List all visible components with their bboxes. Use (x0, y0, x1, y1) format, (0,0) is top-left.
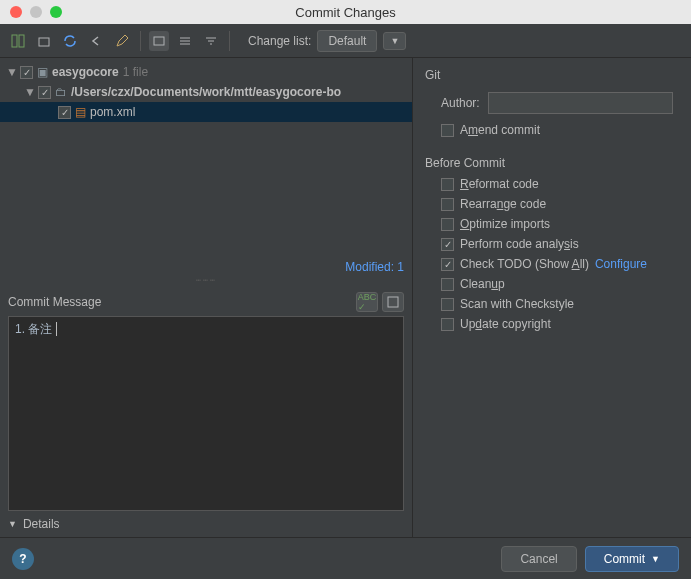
optimize-label: Optimize imports (460, 217, 550, 231)
changelist-dropdown[interactable]: Default (317, 30, 377, 52)
expand-arrow-icon[interactable]: ▼ (6, 65, 16, 79)
folder-icon: ▣ (37, 65, 48, 79)
before-commit-label: Before Commit (423, 152, 681, 174)
author-input[interactable] (488, 92, 673, 114)
folder-name: easygocore (52, 65, 119, 79)
reformat-label: Reformat code (460, 177, 539, 191)
folder-icon: 🗀 (55, 85, 67, 99)
checkbox-todo[interactable] (441, 258, 454, 271)
author-label: Author: (441, 96, 480, 110)
changes-tree: ▼ ▣ easygocore 1 file ▼ 🗀 /Users/czx/Doc… (0, 58, 412, 258)
copyright-label: Update copyright (460, 317, 551, 331)
expand-all-icon[interactable] (175, 31, 195, 51)
checkbox[interactable] (58, 106, 71, 119)
checkbox-rearrange[interactable] (441, 198, 454, 211)
help-icon[interactable]: ? (12, 548, 34, 570)
checkstyle-label: Scan with Checkstyle (460, 297, 574, 311)
expand-arrow-icon[interactable]: ▼ (24, 85, 34, 99)
changelist-chevron[interactable]: ▼ (383, 32, 406, 50)
todo-label: Check TODO (Show All) (460, 257, 589, 271)
checkbox-checkstyle[interactable] (441, 298, 454, 311)
group-by-directory-icon[interactable] (149, 31, 169, 51)
file-name: pom.xml (90, 105, 135, 119)
window-title: Commit Changes (0, 5, 691, 20)
show-diff-icon[interactable] (8, 31, 28, 51)
xml-file-icon: ▤ (75, 105, 86, 119)
toolbar: Change list: Default ▼ (0, 24, 691, 58)
history-icon[interactable] (382, 292, 404, 312)
refresh-icon[interactable] (60, 31, 80, 51)
titlebar: Commit Changes (0, 0, 691, 24)
checkbox-optimize[interactable] (441, 218, 454, 231)
svg-rect-2 (39, 38, 49, 46)
chevron-down-icon: ▼ (8, 519, 17, 529)
edit-icon[interactable] (112, 31, 132, 51)
cleanup-label: Cleanup (460, 277, 505, 291)
checkbox-cleanup[interactable] (441, 278, 454, 291)
file-count: 1 file (123, 65, 148, 79)
path-text: /Users/czx/Documents/work/mtt/easygocore… (71, 85, 341, 99)
commit-message-input[interactable]: 1. 备注 (8, 316, 404, 511)
checkbox-amend[interactable] (441, 124, 454, 137)
rearrange-label: Rearrange code (460, 197, 546, 211)
analysis-label: Perform code analysis (460, 237, 579, 251)
spellcheck-icon[interactable]: ABC✓ (356, 292, 378, 312)
checkbox-copyright[interactable] (441, 318, 454, 331)
svg-rect-3 (154, 37, 164, 45)
checkbox-analysis[interactable] (441, 238, 454, 251)
commit-message-label: Commit Message (8, 295, 101, 309)
tree-root[interactable]: ▼ ▣ easygocore 1 file (0, 62, 412, 82)
git-section-label: Git (423, 64, 681, 86)
configure-link[interactable]: Configure (595, 257, 647, 271)
checkbox[interactable] (20, 66, 33, 79)
svg-rect-1 (19, 35, 24, 47)
modified-count: Modified: 1 (0, 258, 412, 276)
tree-path[interactable]: ▼ 🗀 /Users/czx/Documents/work/mtt/easygo… (0, 82, 412, 102)
chevron-down-icon: ▼ (651, 554, 660, 564)
amend-label: Amend commit (460, 123, 540, 137)
svg-rect-0 (12, 35, 17, 47)
resize-grip[interactable]: ┅┅┅ (0, 276, 412, 288)
move-icon[interactable] (34, 31, 54, 51)
tree-file[interactable]: ▤ pom.xml (0, 102, 412, 122)
checkbox[interactable] (38, 86, 51, 99)
cancel-button[interactable]: Cancel (501, 546, 576, 572)
commit-button[interactable]: Commit▼ (585, 546, 679, 572)
details-toggle[interactable]: ▼ Details (0, 511, 412, 537)
checkbox-reformat[interactable] (441, 178, 454, 191)
revert-icon[interactable] (86, 31, 106, 51)
changelist-label: Change list: (248, 34, 311, 48)
collapse-all-icon[interactable] (201, 31, 221, 51)
svg-rect-4 (388, 297, 398, 307)
